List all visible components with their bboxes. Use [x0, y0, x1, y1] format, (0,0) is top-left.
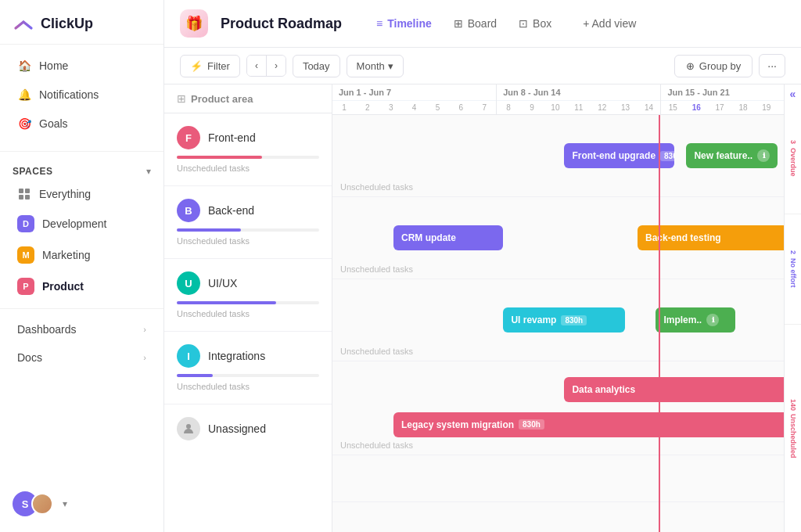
sidebar-item-product[interactable]: P Product — [5, 271, 159, 301]
area-name-uiux: UI/UX — [208, 277, 237, 289]
product-badge: P — [17, 278, 34, 295]
sidebar-item-label: Everything — [39, 188, 91, 200]
marketing-badge: M — [17, 246, 34, 264]
clickup-logo-icon — [13, 13, 34, 34]
week-label-2: Jun 8 - Jun 14 — [497, 84, 660, 101]
task-bar-implement[interactable]: Implem.. ℹ — [656, 307, 735, 332]
prev-arrow-button[interactable]: ‹ — [247, 56, 267, 76]
sidebar-footer: S ▾ — [0, 483, 163, 524]
today-day-cell: 16 — [684, 101, 708, 114]
week-label-1: Jun 1 - Jun 7 — [332, 84, 496, 101]
page-title: Product Roadmap — [221, 16, 342, 32]
area-info: B Back-end — [177, 199, 319, 222]
sidebar-item-label: Goals — [39, 117, 68, 130]
area-info: F Front-end — [177, 126, 319, 149]
chevron-down-icon[interactable]: ▾ — [146, 166, 151, 177]
sidebar-item-docs[interactable]: Docs › — [5, 344, 159, 371]
task-bar-data-analytics[interactable]: Data analytics — [564, 377, 784, 402]
area-progress-fill — [177, 301, 276, 304]
month-button[interactable]: Month ▾ — [347, 55, 404, 77]
area-name-unassigned: Unassigned — [208, 422, 266, 435]
page-header: 🎁 Product Roadmap ≡ Timeline ⊞ Board ⊡ B… — [164, 0, 801, 48]
main-content: 🎁 Product Roadmap ≡ Timeline ⊞ Board ⊡ B… — [164, 0, 801, 532]
filter-button[interactable]: ⚡ Filter — [180, 55, 240, 77]
day-cell: 14 — [638, 101, 661, 114]
unscheduled-label: Unscheduled tasks — [340, 347, 413, 356]
chart-panel: Jun 1 - Jun 7 1 2 3 4 5 6 7 Jun — [332, 84, 784, 532]
sidebar-item-label: Product — [42, 280, 84, 293]
grid-icon — [17, 187, 31, 201]
task-bar-crm-update[interactable]: CRM update — [393, 225, 503, 250]
board-icon: ⊞ — [454, 17, 463, 30]
task-bar-new-feature[interactable]: New feature.. ℹ — [686, 143, 778, 168]
gantt-row-backend: CRM update Back-end testing Unscheduled … — [332, 197, 784, 279]
area-name-integrations: Integrations — [208, 350, 265, 362]
sidebar-item-everything[interactable]: Everything — [5, 181, 159, 207]
area-progress-backend — [177, 228, 319, 232]
tab-timeline[interactable]: ≡ Timeline — [367, 13, 441, 34]
indicator-no-effort[interactable]: 2 No effort — [785, 214, 801, 325]
day-cell: 10 — [544, 101, 567, 114]
sidebar-item-notifications[interactable]: 🔔 Notifications — [5, 81, 159, 109]
unscheduled-label: Unscheduled tasks — [340, 440, 413, 450]
sidebar-item-dashboards[interactable]: Dashboards › — [5, 316, 159, 343]
sidebar-item-development[interactable]: D Development — [5, 209, 159, 239]
group-by-button[interactable]: ⊕ Group by — [674, 55, 753, 77]
content-area: ⊞ Product area F Front-end Unscheduled t… — [164, 84, 801, 532]
collapse-btn[interactable]: « — [785, 84, 801, 103]
user-menu-dropdown[interactable]: ▾ — [63, 498, 67, 509]
more-options-button[interactable]: ··· — [759, 54, 785, 77]
day-cell: 2 — [356, 101, 379, 114]
sidebar-item-label: Home — [39, 59, 68, 72]
sidebar-item-home[interactable]: 🏠 Home — [5, 52, 159, 80]
day-cell: 5 — [426, 101, 450, 114]
svg-point-4 — [186, 424, 191, 429]
divider — [0, 308, 163, 309]
task-bar-ui-revamp[interactable]: UI revamp 830h — [503, 307, 625, 332]
svg-rect-1 — [25, 189, 30, 193]
week-label-3: Jun 15 - Jun 21 — [661, 84, 784, 101]
area-info: U UI/UX — [177, 271, 319, 295]
avatar-img — [31, 493, 53, 515]
today-button[interactable]: Today — [293, 55, 340, 77]
sidebar-item-marketing[interactable]: M Marketing — [5, 240, 159, 270]
avatar-group: S — [13, 491, 53, 516]
week-block-1: Jun 1 - Jun 7 1 2 3 4 5 6 7 — [332, 84, 497, 114]
area-avatar-uiux: U — [177, 271, 200, 295]
day-cell: 3 — [379, 101, 403, 114]
timeline-icon: ≡ — [376, 17, 383, 30]
area-name-backend: Back-end — [208, 204, 254, 217]
left-panel: ⊞ Product area F Front-end Unscheduled t… — [164, 84, 332, 532]
home-icon: 🏠 — [17, 59, 31, 73]
area-info: I Integrations — [177, 344, 319, 368]
chevron-right-icon: › — [143, 325, 146, 334]
week-block-3: Jun 15 - Jun 21 15 16 17 18 19 20 21 — [661, 84, 784, 114]
grid-icon: ⊞ — [177, 92, 186, 105]
next-arrow-button[interactable]: › — [267, 56, 286, 76]
collapse-icon: « — [790, 88, 796, 100]
task-info: Implem.. ℹ — [663, 314, 719, 326]
logo-text: ClickUp — [41, 16, 93, 32]
day-cell: 15 — [661, 101, 684, 114]
day-cell: 19 — [755, 101, 778, 114]
area-progress-fill — [177, 156, 262, 159]
layers-icon: ⊕ — [686, 60, 695, 72]
task-bar-legacy-migration[interactable]: Legacy system migration 830h — [393, 412, 784, 437]
task-bar-frontend-upgrade[interactable]: Front-end upgrade 830h — [564, 143, 673, 168]
day-cell: 13 — [614, 101, 638, 114]
indicator-unscheduled[interactable]: 140 Unscheduled — [785, 325, 801, 532]
add-view-button[interactable]: + Add view — [573, 13, 645, 34]
gantt-row-uiux: UI revamp 830h Implem.. ℹ Unscheduled ta… — [332, 279, 784, 361]
tab-box[interactable]: ⊡ Box — [509, 13, 561, 34]
tab-board[interactable]: ⊞ Board — [444, 13, 506, 34]
goals-icon: 🎯 — [17, 117, 31, 131]
gantt-row-frontend: Front-end upgrade 830h New feature.. ℹ — [332, 115, 784, 197]
task-info: Legacy system migration 830h — [401, 419, 544, 430]
day-cell: 18 — [731, 101, 755, 114]
indicator-overdue[interactable]: 3 Overdue — [785, 103, 801, 214]
sidebar-item-goals[interactable]: 🎯 Goals — [5, 110, 159, 138]
gantt-row-integrations: Data analytics Legacy system migration 8… — [332, 361, 784, 455]
divider — [0, 151, 163, 152]
date-nav-arrows: ‹ › — [246, 55, 286, 77]
box-icon: ⊡ — [519, 17, 528, 30]
